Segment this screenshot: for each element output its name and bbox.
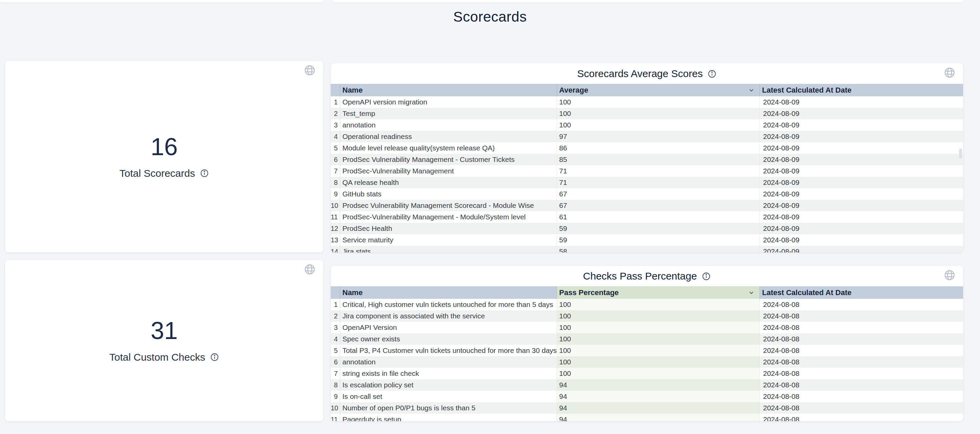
table-row[interactable]: 14Jira stats582024-08-09	[331, 246, 963, 253]
value-cell: 86	[557, 142, 759, 154]
value-cell: 100	[557, 333, 759, 345]
widget-card-average-scores: Scorecards Average Scores Name Average	[331, 63, 963, 253]
row-index-header	[331, 84, 340, 96]
name-cell: Jira stats	[340, 246, 557, 253]
table-row[interactable]: 10Number of open P0/P1 bugs is less than…	[331, 402, 963, 414]
date-cell: 2024-08-08	[759, 356, 963, 368]
column-header-name[interactable]: Name	[340, 286, 557, 299]
row-index-cell: 14	[331, 246, 340, 253]
name-cell: Operational readiness	[340, 131, 557, 142]
table-row[interactable]: 9Is on-call set942024-08-08	[331, 391, 963, 402]
table-row[interactable]: 3annotation1002024-08-09	[331, 119, 963, 131]
info-icon[interactable]	[702, 272, 711, 281]
name-cell: Pagerduty is setup	[340, 414, 557, 421]
date-cell: 2024-08-08	[759, 402, 963, 414]
name-cell: Module level release quality(system rele…	[340, 142, 557, 154]
stat-label: Total Scorecards	[119, 168, 195, 179]
row-index-cell: 11	[331, 414, 340, 421]
average-scores-table: Name Average Latest Calculated At Date 1…	[331, 84, 963, 253]
date-cell: 2024-08-08	[759, 379, 963, 391]
column-header-latest-calculated[interactable]: Latest Calculated At Date	[759, 286, 963, 299]
value-cell: 100	[557, 119, 759, 131]
table-row[interactable]: 8Is escalation policy set942024-08-08	[331, 379, 963, 391]
info-icon[interactable]	[210, 353, 219, 362]
table-row[interactable]: 4Operational readiness972024-08-09	[331, 131, 963, 142]
scrollbar-thumb[interactable]	[959, 148, 962, 159]
checks-pass-table: Name Pass Percentage Latest Calculated A…	[331, 286, 963, 421]
row-index-header	[331, 286, 340, 299]
date-cell: 2024-08-08	[759, 414, 963, 421]
info-icon[interactable]	[708, 69, 717, 78]
value-cell: 94	[557, 402, 759, 414]
table-row[interactable]: 7ProdSec-Vulnerability Management712024-…	[331, 165, 963, 177]
table-row[interactable]: 1OpenAPI version migration1002024-08-09	[331, 96, 963, 108]
value-cell: 71	[557, 177, 759, 188]
row-index-cell: 1	[331, 299, 340, 310]
name-cell: string exists in file check	[340, 368, 557, 379]
value-cell: 100	[557, 356, 759, 368]
name-cell: Total P3, P4 Customer vuln tickets untou…	[340, 345, 557, 356]
page-title: Scorecards	[0, 9, 980, 25]
row-index-cell: 7	[331, 368, 340, 379]
date-cell: 2024-08-09	[759, 154, 963, 165]
widget-card-total-custom-checks: 31 Total Custom Checks	[5, 260, 323, 421]
name-cell: QA release health	[340, 177, 557, 188]
table-row[interactable]: 1Critical, High customer vuln tickets un…	[331, 299, 963, 310]
date-cell: 2024-08-08	[759, 391, 963, 402]
column-header-pass-percentage[interactable]: Pass Percentage	[557, 286, 759, 299]
table-row[interactable]: 11ProdSec-Vulnerability Management - Mod…	[331, 211, 963, 223]
table-row[interactable]: 7string exists in file check1002024-08-0…	[331, 368, 963, 379]
row-index-cell: 10	[331, 200, 340, 211]
table-row[interactable]: 10Prodsec Vulnerability Management Score…	[331, 200, 963, 211]
name-cell: Spec owner exists	[340, 333, 557, 345]
table-row[interactable]: 11Pagerduty is setup942024-08-08	[331, 414, 963, 421]
table-row[interactable]: 6annotation1002024-08-08	[331, 356, 963, 368]
table-row[interactable]: 5Module level release quality(system rel…	[331, 142, 963, 154]
date-cell: 2024-08-09	[759, 142, 963, 154]
table-row[interactable]: 2Jira component is associated with the s…	[331, 310, 963, 322]
table-row[interactable]: 2Test_temp1002024-08-09	[331, 108, 963, 119]
name-cell: OpenAPI Version	[340, 322, 557, 333]
table-row[interactable]: 13Service maturity592024-08-09	[331, 234, 963, 246]
table-row[interactable]: 8QA release health712024-08-09	[331, 177, 963, 188]
row-index-cell: 1	[331, 96, 340, 108]
date-cell: 2024-08-09	[759, 234, 963, 246]
table-title: Scorecards Average Scores	[577, 68, 703, 79]
name-cell: Prodsec Vulnerability Management Scoreca…	[340, 200, 557, 211]
table-row[interactable]: 5Total P3, P4 Customer vuln tickets unto…	[331, 345, 963, 356]
table-row[interactable]: 4Spec owner exists1002024-08-08	[331, 333, 963, 345]
chevron-down-icon[interactable]	[748, 289, 755, 296]
globe-icon	[304, 64, 316, 76]
row-index-cell: 2	[331, 310, 340, 322]
column-header-latest-calculated[interactable]: Latest Calculated At Date	[759, 84, 963, 96]
row-index-cell: 8	[331, 379, 340, 391]
row-index-cell: 6	[331, 154, 340, 165]
globe-icon	[943, 67, 956, 79]
row-index-cell: 9	[331, 188, 340, 200]
stat-label: Total Custom Checks	[109, 351, 205, 363]
name-cell: Test_temp	[340, 108, 557, 119]
date-cell: 2024-08-08	[759, 333, 963, 345]
row-index-cell: 10	[331, 402, 340, 414]
value-cell: 100	[557, 96, 759, 108]
date-cell: 2024-08-08	[759, 299, 963, 310]
value-cell: 71	[557, 165, 759, 177]
column-header-average[interactable]: Average	[557, 84, 759, 96]
name-cell: annotation	[340, 119, 557, 131]
chevron-down-icon[interactable]	[748, 87, 755, 94]
table-row[interactable]: 6ProdSec Vulnerability Management - Cust…	[331, 154, 963, 165]
table-row[interactable]: 9GitHub stats672024-08-09	[331, 188, 963, 200]
info-icon[interactable]	[200, 169, 209, 178]
value-cell: 59	[557, 223, 759, 234]
date-cell: 2024-08-09	[759, 131, 963, 142]
table-row[interactable]: 12ProdSec Health592024-08-09	[331, 223, 963, 234]
value-cell: 58	[557, 246, 759, 253]
row-index-cell: 4	[331, 131, 340, 142]
column-header-name[interactable]: Name	[340, 84, 557, 96]
row-index-cell: 8	[331, 177, 340, 188]
partial-card-above-left	[0, 0, 323, 2]
row-index-cell: 5	[331, 142, 340, 154]
value-cell: 67	[557, 200, 759, 211]
name-cell: Service maturity	[340, 234, 557, 246]
table-row[interactable]: 3OpenAPI Version1002024-08-08	[331, 322, 963, 333]
